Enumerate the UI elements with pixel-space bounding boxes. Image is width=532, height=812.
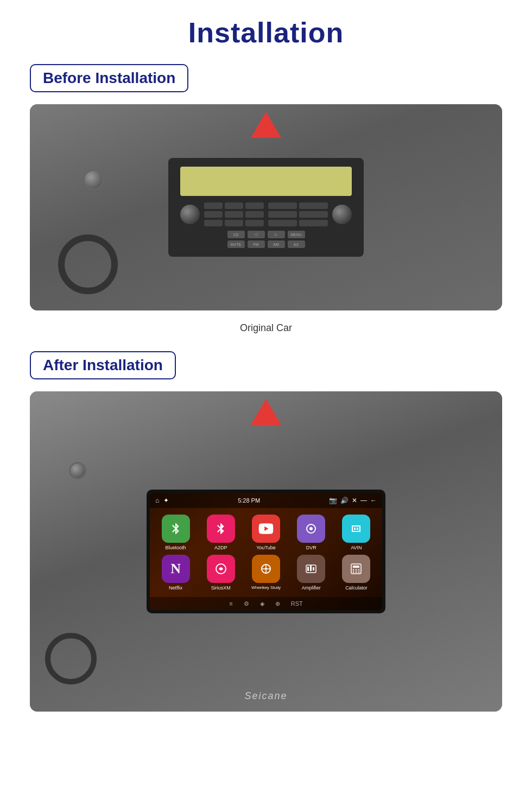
calculator-label: Calculator (345, 585, 368, 591)
before-installation-badge: Before Installation (30, 64, 188, 92)
youtube-label: YouTube (256, 545, 275, 550)
after-installation-image: ⌂ ✦ 5:28 PM 📷 🔊 ✕ — ← (30, 391, 502, 712)
svg-point-17 (356, 572, 357, 573)
avin-icon (342, 515, 370, 543)
radio-buttons: MUTE FM AM AS (180, 240, 352, 248)
bottom-icon-5[interactable]: RST (291, 600, 303, 607)
wheelkey-label: Wheelkey Study (251, 585, 281, 590)
camera-status-icon: 📷 (329, 497, 337, 504)
svg-rect-12 (353, 566, 359, 568)
after-ignition-switch (69, 462, 86, 479)
bottom-icon-4[interactable]: ⊕ (275, 600, 280, 607)
app-siriusxm[interactable]: SiriusXM (200, 555, 241, 591)
page-title: Installation (30, 16, 502, 49)
android-screen: ⌂ ✦ 5:28 PM 📷 🔊 ✕ — ← (150, 493, 382, 610)
button-group (204, 202, 264, 226)
siriusxm-label: SiriusXM (211, 585, 231, 591)
android-unit: ⌂ ✦ 5:28 PM 📷 🔊 ✕ — ← (147, 490, 385, 613)
avin-label: AVIN (351, 545, 362, 550)
svg-rect-10 (313, 567, 314, 570)
svg-point-13 (353, 569, 354, 570)
back-status-icon: ← (370, 497, 377, 504)
status-bar: ⌂ ✦ 5:28 PM 📷 🔊 ✕ — ← (150, 493, 382, 508)
amplifier-label: Amplifier (302, 585, 321, 591)
svg-point-1 (309, 527, 313, 530)
a2dp-label: A2DP (214, 545, 227, 550)
dvr-label: DVR (306, 545, 316, 550)
steering-wheel (58, 234, 118, 294)
original-dashboard-unit: CD ◁ ▷ MENU MUTE FM AM AS (168, 158, 364, 257)
app-netflix[interactable]: N Netflix (155, 555, 196, 591)
svg-rect-9 (310, 566, 312, 571)
left-knob (180, 205, 200, 224)
x-status-icon: ✕ (352, 497, 357, 504)
original-caption: Original Car (30, 322, 502, 334)
app-wheelkey[interactable]: Wheelkey Study (245, 555, 286, 591)
triangle-indicator (251, 112, 281, 138)
bottom-icon-2[interactable]: ⚙ (244, 600, 249, 607)
bottom-icon-3[interactable]: ◈ (260, 600, 264, 607)
app-calculator[interactable]: Calculator (336, 555, 377, 591)
app-amplifier[interactable]: Amplifier (291, 555, 332, 591)
wheelkey-icon (252, 555, 280, 583)
svg-point-14 (356, 569, 357, 570)
status-bar-left: ⌂ ✦ (155, 497, 169, 504)
home-icon[interactable]: ⌂ (155, 497, 159, 504)
media-buttons: CD ◁ ▷ MENU (180, 231, 352, 238)
button-group-right (268, 202, 328, 226)
svg-point-16 (353, 572, 354, 573)
app-bluetooth[interactable]: Bluetooth (155, 515, 196, 550)
after-installation-badge: After Installation (30, 351, 176, 379)
after-car-visual: ⌂ ✦ 5:28 PM 📷 🔊 ✕ — ← (30, 391, 502, 712)
radio-display (180, 167, 352, 196)
after-steering-wheel (45, 633, 97, 684)
ignition-switch (83, 169, 104, 190)
siriusxm-icon (207, 555, 235, 583)
svg-point-15 (358, 569, 359, 570)
bluetooth-label: Bluetooth (166, 545, 186, 550)
original-car-visual: CD ◁ ▷ MENU MUTE FM AM AS (30, 104, 502, 310)
status-time: 5:28 PM (238, 497, 260, 504)
a2dp-icon (207, 515, 235, 543)
sound-status-icon: 🔊 (340, 497, 349, 504)
svg-point-18 (358, 572, 359, 573)
seicane-logo: Seicane (244, 690, 287, 702)
apps-grid: Bluetooth A2DP YouTube (150, 508, 382, 597)
bluetooth-icon (162, 515, 190, 543)
app-youtube[interactable]: YouTube (245, 515, 286, 550)
netflix-icon: N (162, 555, 190, 583)
netflix-label: Netflix (169, 585, 182, 591)
status-bar-right: 📷 🔊 ✕ — ← (329, 497, 377, 504)
svg-rect-8 (307, 567, 309, 571)
before-installation-image: CD ◁ ▷ MENU MUTE FM AM AS (30, 104, 502, 310)
app-avin[interactable]: AVIN (336, 515, 377, 550)
calculator-icon (342, 555, 370, 583)
nav-icon[interactable]: ✦ (163, 497, 169, 504)
right-knob (332, 205, 352, 224)
page-container: Installation Before Installation (0, 0, 532, 735)
app-dvr[interactable]: DVR (291, 515, 332, 550)
dvr-icon (297, 515, 325, 543)
after-triangle-indicator (251, 399, 281, 425)
amplifier-icon (297, 555, 325, 583)
bottom-bar: ≡ ⚙ ◈ ⊕ RST (150, 597, 382, 610)
minus-status-icon: — (360, 497, 367, 504)
app-a2dp[interactable]: A2DP (200, 515, 241, 550)
youtube-icon (252, 515, 280, 543)
bottom-icon-1[interactable]: ≡ (229, 600, 232, 607)
